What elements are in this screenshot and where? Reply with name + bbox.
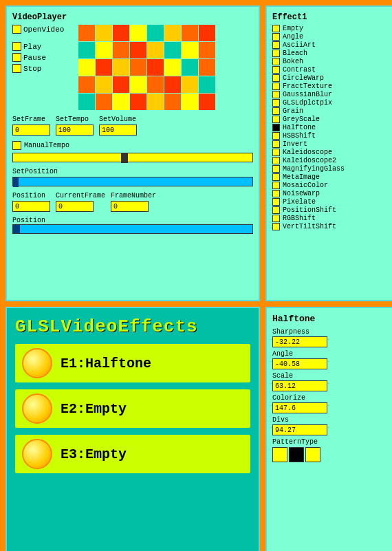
scale-input[interactable] (272, 380, 327, 391)
effect-item-grain[interactable]: Grain (272, 107, 389, 115)
mosaic-cell-19 (130, 59, 146, 76)
halftone-panel: Halftone Sharpness Angle Scale Colorize … (265, 307, 392, 551)
effect-checkbox-kaleidoscope[interactable] (272, 149, 280, 156)
effect-checkbox-bleach[interactable] (272, 50, 280, 57)
pattern-type-0[interactable] (272, 447, 287, 462)
effect-checkbox-gaussianblur[interactable] (272, 91, 280, 98)
effect-item-asciiart[interactable]: AsciiArt (272, 41, 389, 49)
colorize-field: Colorize (272, 394, 389, 413)
mosaic-cell-31 (199, 76, 215, 93)
pattern-type-1[interactable] (289, 447, 304, 462)
effect-item-kaleidoscope[interactable]: Kaleidoscope (272, 149, 389, 156)
mosaic-cell-4 (147, 25, 164, 41)
effect-checkbox-kaleidoscope2[interactable] (272, 157, 280, 164)
stop-checkbox[interactable] (12, 64, 21, 73)
effect-item-greyscale[interactable]: GreyScale (272, 116, 389, 123)
effect-checkbox-magnifyingglass[interactable] (272, 165, 280, 173)
manual-tempo-slider[interactable] (12, 153, 253, 162)
play-row[interactable]: Play (12, 42, 74, 51)
pause-checkbox[interactable] (12, 53, 21, 62)
sharpness-input[interactable] (272, 336, 327, 347)
effect-item-pixelate[interactable]: Pixelate (272, 198, 389, 206)
effect-checkbox-noisewarp[interactable] (272, 190, 280, 197)
set-tempo-group: SetTempo (56, 116, 94, 136)
set-volume-input[interactable] (99, 125, 137, 136)
full-position-bar-group: Position (12, 216, 253, 234)
set-position-slider[interactable] (12, 177, 253, 186)
glsl-effect-row-1[interactable]: E2:Empty (15, 389, 250, 428)
stop-row[interactable]: Stop (12, 64, 74, 73)
effect-item-metaimage[interactable]: MetaImage (272, 173, 389, 181)
effect-checkbox-positionshift[interactable] (272, 206, 280, 214)
effect-item-verttiltshift[interactable]: VertTiltShift (272, 223, 389, 230)
effect-item-fracttexture[interactable]: FractTexture (272, 83, 389, 90)
effect-item-halftone[interactable]: Halftone (272, 124, 389, 131)
mosaic-cell-18 (113, 59, 129, 76)
effect-item-empty[interactable]: Empty (272, 25, 389, 32)
glsl-effect-label-1: E2:Empty (61, 401, 127, 417)
glsl-effect-row-2[interactable]: E3:Empty (15, 435, 250, 473)
open-video-row[interactable]: OpenVideo (12, 25, 74, 34)
halftone-panel-title: Halftone (272, 314, 389, 324)
effect-checkbox-glsldplctpix[interactable] (272, 99, 280, 107)
divs-input[interactable] (272, 424, 327, 435)
effect-item-bokeh[interactable]: Bokeh (272, 58, 389, 65)
effect-checkbox-metaimage[interactable] (272, 173, 280, 181)
effect-checkbox-pixelate[interactable] (272, 198, 280, 206)
effect-checkbox-verttiltshift[interactable] (272, 223, 280, 230)
effect-item-contrast[interactable]: Contrast (272, 66, 389, 74)
colorize-label: Colorize (272, 394, 389, 402)
effect-item-rgbshift[interactable]: RGBShift (272, 215, 389, 222)
play-checkbox[interactable] (12, 42, 21, 51)
scale-field: Scale (272, 372, 389, 391)
effect-item-hsbshift[interactable]: HSBShift (272, 132, 389, 140)
angle-input[interactable] (272, 358, 327, 369)
angle-label: Angle (272, 350, 389, 358)
effect-item-angle[interactable]: Angle (272, 33, 389, 41)
effect-label-kaleidoscope2: Kaleidoscope2 (283, 157, 336, 164)
effect-checkbox-contrast[interactable] (272, 66, 280, 74)
effect-checkbox-empty[interactable] (272, 25, 280, 32)
effect-checkbox-grain[interactable] (272, 107, 280, 115)
effect-checkbox-rgbshift[interactable] (272, 215, 280, 222)
effect-item-bleach[interactable]: Bleach (272, 50, 389, 57)
position-input[interactable] (12, 201, 50, 212)
mosaic-cell-10 (113, 42, 129, 58)
effect-checkbox-angle[interactable] (272, 33, 280, 41)
effect-checkbox-bokeh[interactable] (272, 58, 280, 65)
effect-item-magnifyingglass[interactable]: MagnifyingGlass (272, 165, 389, 173)
mosaic-cell-7 (199, 25, 215, 41)
colorize-input[interactable] (272, 402, 327, 413)
set-tempo-input[interactable] (56, 125, 94, 136)
effect-checkbox-hsbshift[interactable] (272, 132, 280, 140)
effect-checkbox-fracttexture[interactable] (272, 83, 280, 90)
effect-label-verttiltshift: VertTiltShift (283, 223, 336, 230)
effect-item-invert[interactable]: Invert (272, 140, 389, 148)
manual-tempo-checkbox[interactable] (12, 141, 21, 150)
full-position-slider[interactable] (12, 224, 253, 234)
effect-label-kaleidoscope: Kaleidoscope (283, 149, 332, 156)
effect-item-circlewarp[interactable]: CircleWarp (272, 74, 389, 82)
effect-checkbox-greyscale[interactable] (272, 116, 280, 123)
effect-item-gaussianblur[interactable]: GaussianBlur (272, 91, 389, 98)
frame-number-input[interactable] (111, 201, 149, 212)
pattern-type-2[interactable] (305, 447, 320, 462)
effect-item-noisewarp[interactable]: NoiseWarp (272, 190, 389, 197)
effect-item-glsldplctpix[interactable]: GLSLdplctpix (272, 99, 389, 107)
play-label: Play (23, 43, 41, 51)
effect-checkbox-circlewarp[interactable] (272, 74, 280, 82)
effect-item-mosaiccolor[interactable]: MosaicColor (272, 182, 389, 189)
effect-checkbox-mosaiccolor[interactable] (272, 182, 280, 189)
set-frame-input[interactable] (12, 125, 50, 136)
effect-checkbox-halftone[interactable] (272, 124, 280, 131)
effect-item-kaleidoscope2[interactable]: Kaleidoscope2 (272, 157, 389, 164)
effect-label-invert: Invert (283, 140, 307, 148)
open-video-checkbox[interactable] (12, 25, 21, 34)
effect-item-positionshift[interactable]: PositionShift (272, 206, 389, 214)
glsl-effect-row-0[interactable]: E1:Halftone (15, 344, 250, 382)
effect-checkbox-asciiart[interactable] (272, 41, 280, 49)
pause-row[interactable]: Pause (12, 53, 74, 62)
current-frame-input[interactable] (56, 201, 94, 212)
effect-checkbox-invert[interactable] (272, 140, 280, 148)
mosaic-cell-33 (96, 94, 112, 110)
